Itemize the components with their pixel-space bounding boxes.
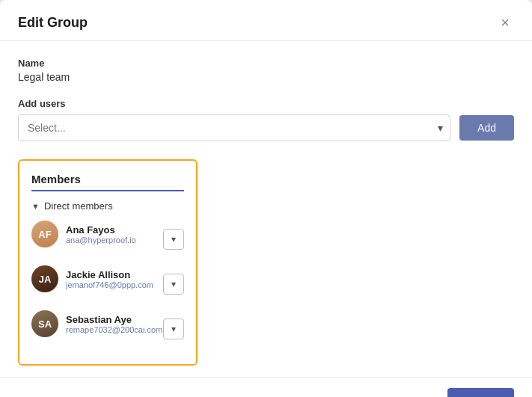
select-wrapper: ▾ [18, 114, 450, 141]
modal-title: Edit Group [18, 15, 88, 31]
modal-header: Edit Group × [0, 0, 532, 41]
member-email-sebastian: remape7032@200cai.com [66, 325, 162, 334]
add-user-button[interactable]: Add [459, 115, 514, 141]
edit-group-modal: Edit Group × Name Legal team Add users ▾… [0, 0, 532, 397]
direct-members-row: ▼ Direct members [31, 200, 184, 212]
member-item-sebastian: SA Sebastian Aye remape7032@200cai.com [31, 310, 162, 337]
done-button[interactable]: Done [447, 388, 514, 397]
add-users-row: ▾ Add [18, 114, 514, 141]
member-row-jackie: JA Jackie Allison jemanof746@0ppp.com ▾ [31, 265, 184, 303]
member-name-ana: Ana Fayos [66, 224, 136, 236]
member-item-ana: AF Ana Fayos ana@hyperproof.io [31, 221, 136, 247]
modal-footer: Done [0, 377, 532, 397]
member-row-sebastian: SA Sebastian Aye remape7032@200cai.com ▾ [31, 310, 184, 348]
user-select-input[interactable] [18, 114, 450, 141]
members-title: Members [31, 173, 184, 191]
add-users-label: Add users [18, 98, 514, 109]
member-item-jackie: JA Jackie Allison jemanof746@0ppp.com [31, 265, 153, 292]
member-info-ana: Ana Fayos ana@hyperproof.io [66, 224, 136, 244]
member-info-jackie: Jackie Allison jemanof746@0ppp.com [66, 269, 153, 289]
direct-members-chevron-icon: ▼ [31, 202, 40, 211]
avatar-jackie: JA [31, 265, 58, 292]
avatar-sebastian: SA [31, 310, 58, 337]
member-row-ana: AF Ana Fayos ana@hyperproof.io ▾ [31, 221, 184, 258]
member-dropdown-button-sebastian[interactable]: ▾ [163, 318, 184, 339]
member-email-ana: ana@hyperproof.io [66, 236, 136, 244]
member-name-jackie: Jackie Allison [66, 269, 153, 280]
avatar-ana: AF [31, 221, 58, 247]
modal-body: Name Legal team Add users ▾ Add Members … [0, 41, 532, 397]
close-button[interactable]: × [496, 13, 514, 31]
member-email-jackie: jemanof746@0ppp.com [66, 280, 153, 289]
member-dropdown-button-jackie[interactable]: ▾ [163, 274, 184, 295]
member-info-sebastian: Sebastian Aye remape7032@200cai.com [66, 314, 162, 334]
members-box: Members ▼ Direct members AF Ana Fayos an… [18, 159, 198, 366]
group-name-value: Legal team [18, 71, 514, 83]
member-dropdown-button-ana[interactable]: ▾ [163, 229, 184, 250]
direct-members-label: Direct members [44, 200, 113, 212]
name-label: Name [18, 58, 514, 69]
member-name-sebastian: Sebastian Aye [66, 314, 162, 325]
